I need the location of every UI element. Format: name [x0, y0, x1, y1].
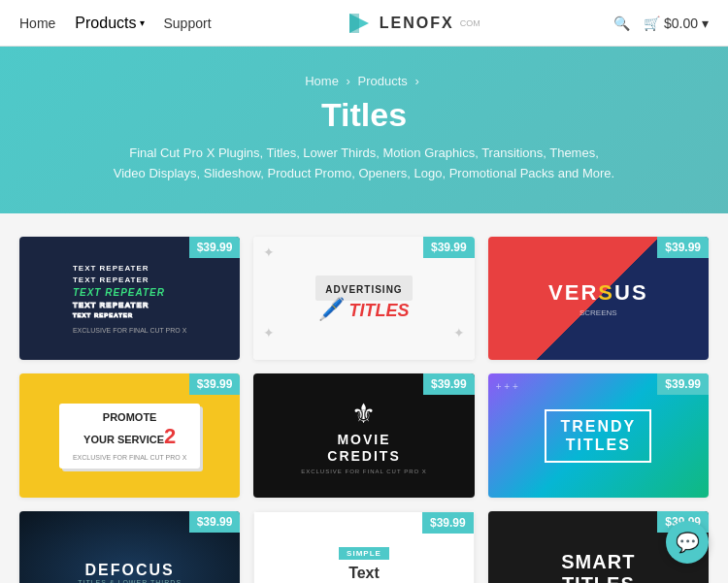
tr-line-4: TEXT REPEATER	[73, 301, 186, 309]
products-chevron-icon: ▾	[140, 17, 145, 28]
tr-line-2: TEXT REPEATER	[73, 275, 186, 284]
adv-badge-text: ADVERTISING	[325, 284, 402, 295]
product-grid: TEXT REPEATER TEXT REPEATER TEXT REPEATE…	[19, 237, 709, 583]
product-thumb-defocus: DEFOCUS TITLES & LOWER THIRDS $39.99	[19, 511, 240, 583]
promote-box: PROMOTEYOUR SERVICE2 EXCLUSIVE FOR FINAL…	[59, 404, 200, 469]
adv-pencil-icon: 🖊️	[318, 297, 345, 322]
breadcrumb-sep2: ›	[414, 74, 418, 88]
chat-bubble-button[interactable]: 💬	[666, 521, 709, 564]
price-badge-2: $39.99	[423, 237, 475, 258]
breadcrumb-products[interactable]: Products	[357, 74, 407, 88]
defocus-title-text: DEFOCUS	[85, 562, 175, 579]
logo[interactable]: LENOFXCOM	[345, 9, 480, 38]
dot-br: ✦	[453, 325, 465, 340]
cart-button[interactable]: 🛒 $0.00 ▾	[644, 16, 709, 31]
nav-support[interactable]: Support	[164, 16, 212, 31]
trendy-text: TRENDYTITLES	[560, 417, 636, 454]
product-card-movie-credits[interactable]: ⚜ MOVIECREDITS EXCLUSIVE FOR FINAL CUT P…	[253, 373, 474, 498]
adv-row: 🖊️ TITLES	[318, 301, 409, 322]
adv-content: ADVERTISING 🖊️ TITLES	[315, 275, 412, 322]
versus-content: VERSUS SCREENS	[548, 280, 648, 317]
product-card-textboxes[interactable]: SIMPLE TextBoxes $39.99	[253, 511, 474, 583]
product-thumb-trendy: + + + TRENDYTITLES $39.99	[488, 373, 709, 498]
product-thumb-movie: ⚜ MOVIECREDITS EXCLUSIVE FOR FINAL CUT P…	[253, 373, 474, 498]
logo-icon	[345, 9, 374, 38]
cart-icon: 🛒	[644, 16, 660, 31]
price-badge-7: $39.99	[189, 511, 241, 533]
dot-tl: ✦	[263, 244, 275, 260]
versus-sub: SCREENS	[548, 308, 648, 317]
movie-sub: EXCLUSIVE FOR FINAL CUT PRO X	[301, 469, 427, 474]
cart-amount: $0.00	[664, 16, 698, 31]
dot-bl: ✦	[263, 325, 275, 340]
hero-section: Home › Products › Titles Final Cut Pro X…	[0, 47, 728, 213]
product-card-advertising[interactable]: ✦ ✦ ✦ ✦ ADVERTISING 🖊️ TITLES $39.99	[253, 237, 474, 361]
navigation: Home Products ▾ Support LENOFXCOM 🔍 🛒 $0…	[0, 0, 728, 47]
product-card-defocus[interactable]: DEFOCUS TITLES & LOWER THIRDS $39.99	[19, 511, 240, 583]
svg-marker-1	[349, 14, 359, 33]
promote-text: PROMOTEYOUR SERVICE2	[73, 411, 186, 450]
breadcrumb: Home › Products ›	[19, 74, 709, 88]
tr-small-label: EXCLUSIVE FOR FINAL CUT PRO X	[73, 327, 186, 334]
adv-titles-text: TITLES	[348, 301, 409, 321]
movie-wreath-icon: ⚜	[351, 398, 376, 430]
nav-products-menu[interactable]: Products ▾	[75, 15, 144, 32]
logo-text: LENOFX	[380, 15, 454, 32]
text-repeater-content: TEXT REPEATER TEXT REPEATER TEXT REPEATE…	[63, 254, 196, 343]
hero-description: Final Cut Pro X Plugins, Titles, Lower T…	[112, 144, 616, 184]
price-badge-4: $39.99	[189, 373, 241, 395]
breadcrumb-sep1: ›	[347, 74, 354, 88]
product-card-promote[interactable]: PROMOTEYOUR SERVICE2 EXCLUSIVE FOR FINAL…	[19, 373, 240, 498]
movie-title-text: MOVIECREDITS	[327, 432, 400, 465]
product-card-trendy[interactable]: + + + TRENDYTITLES $39.99	[488, 373, 709, 498]
smart-title-text: SMARTTITLES	[561, 551, 635, 583]
logo-com: COM	[460, 18, 480, 28]
price-badge-3: $39.99	[657, 237, 709, 258]
price-badge-8: $39.99	[422, 512, 474, 534]
price-badge-6: $39.99	[657, 373, 709, 395]
cart-chevron-icon: ▾	[702, 16, 709, 31]
product-card-text-repeater[interactable]: TEXT REPEATER TEXT REPEATER TEXT REPEATE…	[19, 237, 240, 361]
price-badge-5: $39.99	[423, 373, 475, 395]
product-grid-wrapper: TEXT REPEATER TEXT REPEATER TEXT REPEATE…	[0, 213, 728, 583]
product-thumb-advertising: ✦ ✦ ✦ ✦ ADVERTISING 🖊️ TITLES $39.99	[253, 237, 474, 361]
tr-line-3: TEXT REPEATER	[73, 287, 186, 298]
product-card-versus[interactable]: VERSUS SCREENS $39.99	[488, 237, 709, 361]
nav-home[interactable]: Home	[19, 16, 55, 31]
nav-products-label: Products	[75, 15, 136, 32]
tr-line-5: TEXT REPEATER	[73, 312, 186, 318]
product-thumb-text-repeater: TEXT REPEATER TEXT REPEATER TEXT REPEATE…	[19, 237, 240, 361]
nav-left: Home Products ▾ Support	[19, 15, 212, 32]
promote-sub: EXCLUSIVE FOR FINAL CUT PRO X	[73, 454, 186, 461]
promote-num: 2	[164, 424, 176, 448]
product-thumb-versus: VERSUS SCREENS $39.99	[488, 237, 709, 361]
search-icon[interactable]: 🔍	[613, 16, 630, 31]
textboxes-title: TextBoxes	[341, 564, 387, 583]
price-badge-1: $39.99	[189, 237, 241, 258]
nav-center: LENOFXCOM	[212, 9, 613, 38]
product-thumb-promote: PROMOTEYOUR SERVICE2 EXCLUSIVE FOR FINAL…	[19, 373, 240, 498]
chat-icon: 💬	[676, 531, 700, 554]
trendy-box: TRENDYTITLES	[545, 409, 651, 462]
versus-text: VERSUS	[548, 280, 648, 306]
simple-label: SIMPLE	[339, 547, 389, 560]
breadcrumb-home[interactable]: Home	[305, 74, 339, 88]
product-thumb-textboxes: SIMPLE TextBoxes $39.99	[253, 511, 474, 583]
defocus-sub-text: TITLES & LOWER THIRDS	[78, 579, 182, 583]
tr-line-1: TEXT REPEATER	[73, 264, 186, 273]
page-title: Titles	[19, 96, 709, 134]
nav-right: 🔍 🛒 $0.00 ▾	[613, 16, 709, 31]
trendy-dots-icon: + + +	[496, 381, 518, 392]
